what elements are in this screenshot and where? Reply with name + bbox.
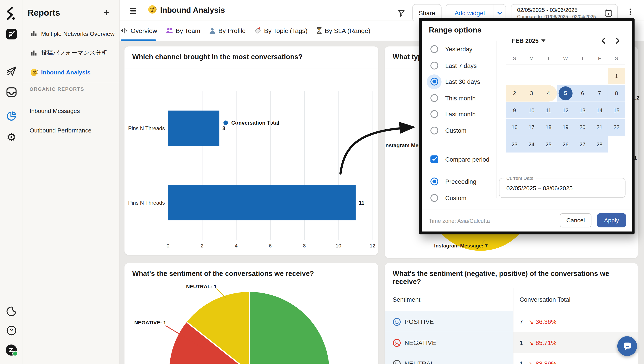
checkbox-checked-icon [430,155,438,163]
calendar-day-22[interactable]: 22 [608,119,625,135]
online-status-dot [12,351,18,356]
modal-footer: Time zone: Asia/Calcutta Cancel Apply [422,210,632,231]
down-arrow-icon: ↘ [529,318,534,325]
compose-icon[interactable] [0,29,22,40]
day-number: 4 [547,90,550,96]
calendar-day-3[interactable]: 3 [523,85,540,101]
card-title: Which channel brought in the most conver… [132,53,303,61]
calendar-day-15[interactable]: 15 [608,102,625,118]
sentiment-label: NEGATIVE [405,339,436,346]
calendar-day-21[interactable]: 21 [591,119,608,135]
calendar-day-17[interactable]: 17 [523,119,540,135]
calendar-day-28[interactable]: 28 [591,136,608,152]
radio-icon [430,62,438,70]
range-option-last-7-days[interactable]: Last 7 days [426,57,495,74]
sidebar-item-multiple-networks[interactable]: Multiple Networks Overview [23,24,119,43]
settings-gear-icon[interactable]: ⚙ [0,132,22,143]
calendar-day-18[interactable]: 18 [540,119,557,135]
calendar-day-empty [591,68,608,84]
sidebar-item-inbound-analysis[interactable]: Inbound Analysis [23,63,119,82]
apply-button-label: Apply [604,217,619,223]
calendar-day-1[interactable]: 1 [608,68,625,84]
calendar-day-23[interactable]: 23 [506,136,523,152]
calendar-day-8[interactable]: 8 [608,85,625,101]
more-options-kebab-icon[interactable] [630,9,631,16]
calendar-day-26[interactable]: 26 [557,136,574,152]
table-row: POSITIVE 7 ↘ 36.36% [385,311,638,332]
tab-by-team[interactable]: By Team [166,27,200,34]
tab-overview[interactable]: Overview [121,27,157,34]
add-report-button[interactable]: + [104,7,110,18]
calendar-day-13[interactable]: 13 [574,102,591,118]
calendar-week-row: 2345678 [506,85,625,101]
down-arrow-icon: ↘ [529,339,534,346]
conversation-total-value: 1 [520,360,523,364]
calendar-prev-icon[interactable] [600,38,606,46]
calendar-week-row: 9101112131415 [506,102,625,118]
range-option-label: Custom [445,127,466,134]
dark-mode-moon-icon[interactable] [0,306,22,317]
calendar-day-11[interactable]: 11 [540,102,557,118]
calendar-day-20[interactable]: 20 [574,119,591,135]
calendar-day-27[interactable]: 27 [574,136,591,152]
publish-send-icon[interactable] [0,66,22,77]
calendar-day-25[interactable]: 25 [540,136,557,152]
filter-funnel-icon[interactable] [398,10,405,18]
calendar-day-12[interactable]: 12 [557,102,574,118]
compare-period-checkbox-row[interactable]: Compare period [426,151,489,167]
calendar-next-icon[interactable] [615,38,621,46]
day-number: 18 [546,124,552,130]
sidebar-item-outbound-performance[interactable]: Outbound Performance [23,120,126,140]
calendar-month-dropdown[interactable]: FEB 2025 [512,38,546,44]
team-people-icon [166,28,173,34]
calendar-day-4[interactable]: 4 [540,85,557,101]
tab-label: By Topic (Tags) [264,27,308,34]
day-number: 14 [596,107,602,113]
face-monocle-icon [31,68,37,76]
range-option-last-30-days[interactable]: Last 30 days [426,74,495,90]
range-option-yesterday[interactable]: Yesterday [426,41,495,57]
calendar-day-14[interactable]: 14 [591,102,608,118]
sidebar-item-post-performance[interactable]: 投稿パフォーマンス分析 [23,43,119,63]
current-date-label: Current Date [504,176,536,180]
calendar-day-7[interactable]: 7 [591,85,608,101]
tab-by-sla[interactable]: By SLA (Range) [316,27,370,34]
range-option-this-month[interactable]: This month [426,90,495,106]
range-option-last-month[interactable]: Last month [426,106,495,122]
hamburger-menu-icon[interactable] [130,8,136,15]
bar-row: Pins N Threads11 [168,185,372,220]
calendar-day-9[interactable]: 9 [506,102,523,118]
day-number: 21 [596,124,602,130]
compare-option-custom[interactable]: Custom [426,190,495,206]
calendar-day-10[interactable]: 10 [523,102,540,118]
radio-icon [430,177,438,185]
pie-leader-lines [124,263,378,364]
avatar[interactable] [0,344,22,356]
day-number: 20 [580,124,586,130]
calendar-day-5[interactable]: 5 [557,85,574,101]
value-cell: 7 ↘ 36.36% [514,311,638,332]
calendar-day-16[interactable]: 16 [506,119,523,135]
change-percent: ↘ 36.36% [529,318,556,325]
tab-by-topic[interactable]: By Topic (Tags) [254,27,308,34]
compare-option-preceeding[interactable]: Preceeding [426,173,495,189]
sidebar-item-inbound-messages[interactable]: Inbound Messages [23,101,126,120]
calendar-day-2[interactable]: 2 [506,85,523,101]
range-option-custom[interactable]: Custom [426,122,495,139]
bar-value-label: 3 [222,125,225,131]
brand-logo-icon[interactable] [0,7,22,21]
tab-by-profile[interactable]: By Profile [209,27,246,34]
help-icon[interactable]: ? [0,325,22,336]
reports-pie-icon[interactable] [0,111,22,121]
bar-chart-icon [31,31,37,37]
inbox-icon[interactable] [0,87,22,97]
chat-support-button[interactable] [617,336,637,356]
add-widget-label: Add widget [446,10,494,16]
day-number: 9 [513,107,516,113]
calendar-day-19[interactable]: 19 [557,119,574,135]
calendar-day-6[interactable]: 6 [574,85,591,101]
apply-button[interactable]: Apply [597,213,626,227]
cancel-button[interactable]: Cancel [560,213,592,227]
calendar-day-24[interactable]: 24 [523,136,540,152]
chevron-down-icon[interactable] [494,11,506,15]
